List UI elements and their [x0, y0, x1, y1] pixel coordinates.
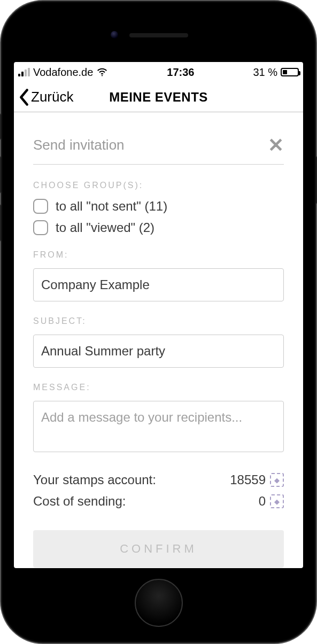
stamps-account-value: 18559: [230, 472, 266, 487]
checkbox-viewed-label: to all "viewed" (2): [56, 220, 154, 235]
home-button[interactable]: [135, 579, 183, 627]
checkbox-not-sent[interactable]: [33, 199, 48, 214]
cost-label: Cost of sending:: [33, 494, 126, 509]
chevron-left-icon: [18, 88, 30, 106]
message-textarea[interactable]: [33, 401, 284, 452]
stamps-account-label: Your stamps account:: [33, 472, 156, 487]
subject-input[interactable]: [33, 335, 284, 368]
from-label: FROM:: [33, 250, 284, 260]
back-button[interactable]: Zurück: [14, 88, 78, 106]
cost-value: 0: [259, 494, 266, 509]
close-icon[interactable]: ✕: [268, 139, 284, 151]
checkbox-not-sent-label: to all "not sent" (11): [56, 199, 167, 214]
wifi-icon: [96, 66, 108, 78]
battery-icon: [281, 68, 299, 76]
back-label: Zurück: [31, 89, 73, 105]
checkbox-viewed[interactable]: [33, 220, 48, 235]
message-label: MESSAGE:: [33, 383, 284, 392]
confirm-button[interactable]: CONFIRM: [33, 530, 284, 568]
subject-label: SUBJECT:: [33, 316, 284, 326]
section-title: Send invitation: [33, 137, 125, 153]
carrier-label: Vodafone.de: [33, 66, 93, 79]
stamp-icon: ◆: [270, 473, 284, 487]
clock: 17:36: [108, 66, 253, 79]
battery-percent: 31 %: [253, 66, 277, 79]
signal-icon: [18, 68, 30, 76]
svg-point-0: [102, 75, 103, 76]
stamp-icon: ◆: [270, 494, 284, 508]
from-input[interactable]: [33, 268, 284, 301]
groups-label: CHOOSE GROUP(S):: [33, 181, 284, 190]
status-bar: Vodafone.de 17:36 31 %: [14, 62, 303, 82]
nav-header: Zurück MEINE EVENTS: [14, 82, 303, 112]
